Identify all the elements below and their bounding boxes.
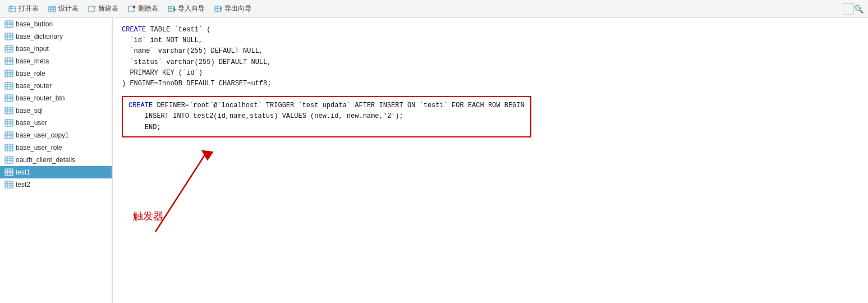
sidebar-item-label: test1 — [16, 168, 30, 176]
table-icon — [4, 94, 13, 103]
table-icon — [4, 44, 13, 53]
annotation-container: 触发器 — [122, 142, 859, 254]
sidebar-item-base_user_role[interactable]: base_user_role — [0, 141, 112, 154]
sidebar-item-test2[interactable]: test2 — [0, 178, 112, 191]
table-icon — [4, 155, 13, 164]
search-input[interactable] — [843, 3, 854, 15]
svg-rect-74 — [5, 144, 13, 151]
sidebar-item-label: base_user — [16, 119, 47, 127]
sidebar-item-label: base_router — [16, 82, 52, 90]
sidebar-item-label: base_input — [16, 45, 49, 53]
sidebar-item-base_dictionary[interactable]: base_dictionary — [0, 30, 112, 43]
sidebar-item-label: base_dictionary — [16, 33, 63, 40]
sidebar-item-base_router[interactable]: base_router — [0, 80, 112, 92]
arrow-svg — [122, 142, 290, 254]
table-icon — [4, 180, 13, 189]
svg-rect-49 — [5, 82, 13, 89]
sidebar-item-base_meta[interactable]: base_meta — [0, 55, 112, 67]
sidebar-item-base_button[interactable]: base_button — [0, 18, 112, 30]
sidebar-item-base_user_copy1[interactable]: base_user_copy1 — [0, 129, 112, 141]
sidebar-item-label: base_sql — [16, 107, 43, 114]
table-icon — [4, 131, 13, 140]
search-area: 🔍 — [843, 3, 864, 15]
open-table-icon — [8, 4, 17, 13]
svg-rect-20 — [215, 6, 221, 12]
sidebar-item-label: base_router_btn — [16, 94, 65, 102]
open-table-label: 打开表 — [19, 4, 39, 13]
trigger-sql-box: CREATE DEFINER=`root`@`localhost` TRIGGE… — [122, 96, 531, 137]
new-table-icon — [88, 4, 97, 13]
sidebar-item-label: oauth_client_details — [16, 156, 75, 164]
svg-rect-44 — [5, 70, 13, 77]
new-table-button[interactable]: 新建表 — [84, 3, 122, 15]
svg-rect-54 — [5, 95, 13, 102]
delete-table-button[interactable]: 删除表 — [124, 3, 162, 15]
table-icon — [4, 57, 13, 66]
svg-rect-29 — [5, 33, 13, 40]
sidebar-item-label: base_meta — [16, 57, 49, 65]
table-icon — [4, 20, 13, 29]
svg-rect-69 — [5, 132, 13, 139]
svg-rect-79 — [5, 157, 13, 163]
table-icon — [4, 143, 13, 152]
sidebar-item-base_input[interactable]: base_input — [0, 43, 112, 55]
svg-rect-89 — [5, 181, 13, 188]
main-area: base_button base_dictionary base_input b… — [0, 18, 868, 303]
svg-rect-4 — [49, 6, 56, 12]
sidebar-item-label: test2 — [16, 181, 30, 189]
import-wizard-icon — [167, 4, 176, 13]
sidebar-item-base_role[interactable]: base_role — [0, 67, 112, 80]
sidebar-item-base_router_btn[interactable]: base_router_btn — [0, 92, 112, 104]
export-wizard-icon — [214, 4, 223, 13]
design-table-icon — [48, 4, 57, 13]
search-icon[interactable]: 🔍 — [854, 4, 864, 13]
export-wizard-label: 导出向导 — [224, 4, 251, 13]
svg-rect-84 — [5, 169, 13, 176]
table-icon — [4, 106, 13, 115]
trigger-label: 触发器 — [133, 209, 163, 223]
table-icon — [4, 168, 13, 177]
sidebar: base_button base_dictionary base_input b… — [0, 18, 112, 303]
sidebar-item-label: base_button — [16, 20, 53, 28]
table-icon — [4, 32, 13, 41]
trigger-sql: CREATE DEFINER=`root`@`localhost` TRIGGE… — [128, 100, 525, 133]
sidebar-item-base_user[interactable]: base_user — [0, 117, 112, 129]
sidebar-item-test1[interactable]: test1 — [0, 166, 112, 178]
svg-rect-24 — [5, 21, 13, 27]
svg-rect-9 — [89, 6, 94, 12]
design-table-button[interactable]: 设计表 — [44, 3, 82, 15]
content-area: CREATE TABLE `test1` ( `id` int NOT NULL… — [113, 18, 868, 303]
toolbar: 打开表 设计表 新建表 — [0, 0, 868, 18]
svg-rect-0 — [9, 7, 16, 12]
design-table-label: 设计表 — [58, 4, 79, 13]
new-table-label: 新建表 — [98, 4, 118, 13]
sidebar-item-label: base_role — [16, 70, 45, 77]
svg-rect-34 — [5, 45, 13, 52]
table-icon — [4, 81, 13, 90]
import-wizard-label: 导入向导 — [178, 4, 205, 13]
table-icon — [4, 69, 13, 78]
svg-rect-64 — [5, 120, 13, 126]
table-icon — [4, 118, 13, 127]
create-table-sql: CREATE TABLE `test1` ( `id` int NOT NULL… — [122, 25, 859, 89]
svg-rect-3 — [10, 6, 12, 7]
export-wizard-button[interactable]: 导出向导 — [210, 3, 255, 15]
delete-table-icon — [127, 4, 136, 13]
svg-rect-16 — [168, 6, 174, 12]
sidebar-item-oauth_client_details[interactable]: oauth_client_details — [0, 154, 112, 166]
open-table-button[interactable]: 打开表 — [4, 3, 42, 15]
delete-table-label: 删除表 — [138, 4, 158, 13]
sidebar-item-base_sql[interactable]: base_sql — [0, 104, 112, 117]
sidebar-item-label: base_user_copy1 — [16, 131, 69, 139]
sidebar-item-label: base_user_role — [16, 144, 62, 152]
svg-rect-39 — [5, 58, 13, 65]
import-wizard-button[interactable]: 导入向导 — [164, 3, 208, 15]
svg-rect-59 — [5, 107, 13, 114]
